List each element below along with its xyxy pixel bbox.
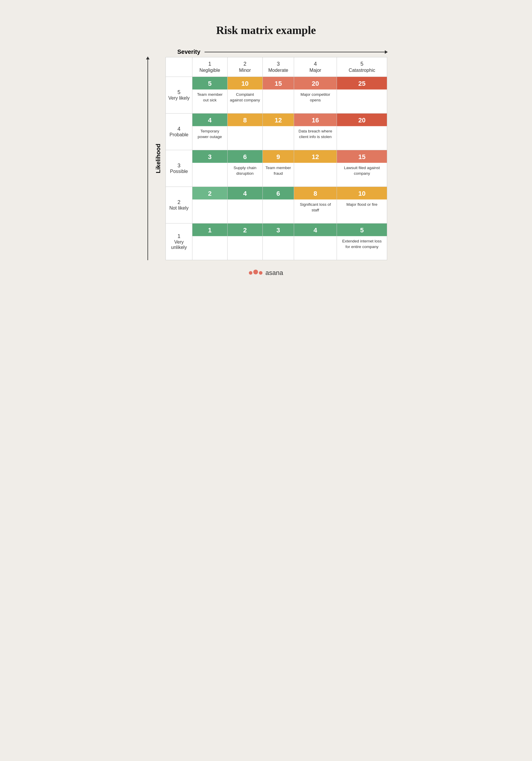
- score-number: 12: [263, 114, 294, 126]
- cell-description: Major flood or fire: [337, 200, 387, 223]
- cell-empty: [228, 126, 263, 150]
- score-number: 2: [192, 187, 227, 200]
- cell-r2-c4: 8Significant loss of staff: [294, 187, 337, 223]
- score-number: 4: [294, 223, 337, 236]
- score-number: 6: [228, 150, 263, 163]
- severity-label: Severity: [177, 48, 200, 55]
- cell-r1-c2: 2: [227, 223, 263, 260]
- asana-brand-name: asana: [265, 269, 283, 277]
- table-row: 1Very unlikely12345Extended internet los…: [166, 223, 387, 260]
- table-row: 3Possible36Supply chain disruption9Team …: [166, 150, 387, 187]
- row-header-5: 5Very likely: [166, 77, 192, 114]
- asana-dot-left: [249, 271, 252, 275]
- asana-dot-center: [253, 270, 258, 274]
- row-name: Probable: [169, 132, 188, 137]
- score-number: 20: [337, 114, 387, 126]
- cell-r5-c1: 5Team member out sick: [192, 77, 228, 114]
- row-num: 2: [168, 199, 190, 205]
- risk-matrix-table: 1 Negligible 2 Minor 3 Moderate: [166, 57, 387, 260]
- score-number: 10: [228, 77, 263, 89]
- cell-empty: [228, 200, 263, 223]
- score-number: 2: [228, 223, 263, 236]
- cell-r5-c5: 25: [337, 77, 387, 114]
- table-row: 2Not likely2468Significant loss of staff…: [166, 187, 387, 223]
- asana-dot-right: [259, 271, 262, 275]
- cell-empty: [192, 236, 227, 260]
- row-name: Not likely: [169, 205, 188, 210]
- matrix-table-wrapper: 1 Negligible 2 Minor 3 Moderate: [166, 57, 387, 260]
- cell-r4-c5: 20: [337, 114, 387, 150]
- cell-r3-c3: 9Team member fraud: [263, 150, 294, 187]
- row-num: 4: [168, 126, 190, 132]
- cell-r3-c4: 12: [294, 150, 337, 187]
- severity-arrow: [204, 52, 387, 52]
- col-header-5: 5 Catastrophic: [337, 57, 387, 77]
- asana-logo-icon: [249, 271, 262, 275]
- cell-empty: [294, 236, 337, 260]
- score-number: 1: [192, 223, 227, 236]
- cell-r5-c3: 15: [263, 77, 294, 114]
- row-header-1: 1Very unlikely: [166, 223, 192, 260]
- cell-r3-c5: 15Lawsuit filed against company: [337, 150, 387, 187]
- cell-description: Supply chain disruption: [228, 163, 263, 187]
- cell-r3-c2: 6Supply chain disruption: [227, 150, 263, 187]
- score-number: 5: [192, 77, 227, 89]
- score-number: 3: [263, 223, 294, 236]
- cell-r2-c3: 6: [263, 187, 294, 223]
- cell-description: Extended internet loss for entire compan…: [337, 236, 387, 260]
- row-name: Very likely: [168, 95, 189, 100]
- cell-r1-c4: 4: [294, 223, 337, 260]
- cell-r4-c3: 12: [263, 114, 294, 150]
- col-header-2: 2 Minor: [227, 57, 263, 77]
- cell-r2-c5: 10Major flood or fire: [337, 187, 387, 223]
- score-number: 10: [337, 187, 387, 200]
- severity-label-row: Severity: [145, 48, 387, 55]
- cell-r5-c2: 10Complaint against company: [227, 77, 263, 114]
- cell-empty: [228, 236, 263, 260]
- page-container: Risk matrix example Severity Likelihood: [133, 12, 399, 294]
- likelihood-label-col: Likelihood: [154, 57, 163, 260]
- cell-empty: [263, 236, 294, 260]
- corner-header: [166, 57, 192, 77]
- cell-r2-c2: 4: [227, 187, 263, 223]
- row-num: 1: [168, 233, 190, 240]
- cell-description: Significant loss of staff: [294, 200, 337, 223]
- cell-description: Complaint against company: [228, 89, 263, 113]
- score-number: 20: [294, 77, 337, 89]
- col-header-3: 3 Moderate: [263, 57, 294, 77]
- cell-description: Data breach where client info is stolen: [294, 126, 337, 150]
- cell-empty: [263, 126, 294, 150]
- score-number: 5: [337, 223, 387, 236]
- cell-r4-c4: 16Data breach where client info is stole…: [294, 114, 337, 150]
- col-header-4: 4 Major: [294, 57, 337, 77]
- score-number: 4: [192, 114, 227, 126]
- cell-r4-c2: 8: [227, 114, 263, 150]
- row-header-4: 4Probable: [166, 114, 192, 150]
- score-number: 15: [263, 77, 294, 89]
- asana-footer: asana: [145, 269, 387, 277]
- table-row: 5Very likely5Team member out sick10Compl…: [166, 77, 387, 114]
- cell-empty: [263, 89, 294, 113]
- table-row: 4Probable4Temporary power outage81216Dat…: [166, 114, 387, 150]
- cell-description: Major competitor opens: [294, 89, 337, 113]
- likelihood-arrow-line: [147, 57, 148, 260]
- cell-r1-c1: 1: [192, 223, 228, 260]
- cell-r1-c5: 5Extended internet loss for entire compa…: [337, 223, 387, 260]
- cell-empty: [263, 200, 294, 223]
- page-title: Risk matrix example: [145, 24, 387, 37]
- row-name: Possible: [170, 169, 188, 174]
- score-number: 15: [337, 150, 387, 163]
- score-number: 8: [228, 114, 263, 126]
- score-number: 25: [337, 77, 387, 89]
- row-num: 5: [168, 89, 190, 95]
- cell-description: Team member out sick: [192, 89, 227, 113]
- row-header-2: 2Not likely: [166, 187, 192, 223]
- cell-r3-c1: 3: [192, 150, 228, 187]
- row-name: Very unlikely: [171, 240, 187, 250]
- row-num: 3: [168, 163, 190, 169]
- score-number: 3: [192, 150, 227, 163]
- cell-r5-c4: 20Major competitor opens: [294, 77, 337, 114]
- cell-r2-c1: 2: [192, 187, 228, 223]
- row-header-3: 3Possible: [166, 150, 192, 187]
- score-number: 12: [294, 150, 337, 163]
